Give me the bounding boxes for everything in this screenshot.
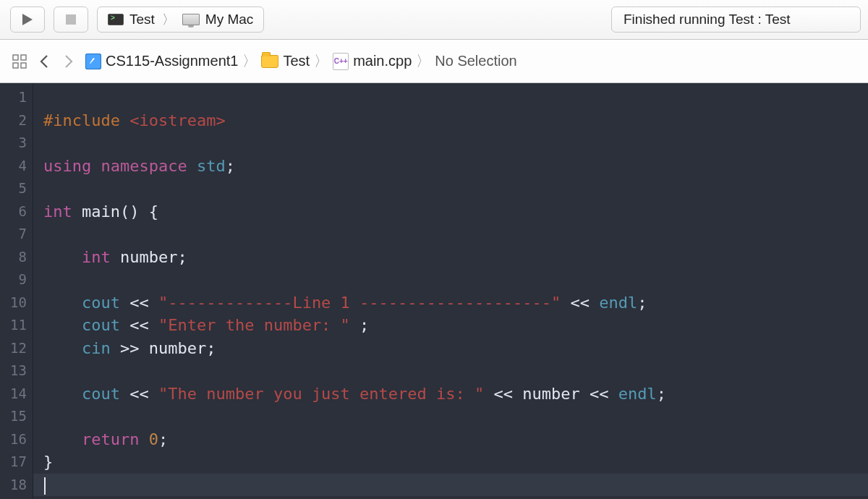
code-line[interactable] — [43, 359, 868, 383]
code-line[interactable]: #include <iostream> — [43, 109, 868, 132]
breadcrumb-separator: 〉 — [314, 51, 328, 71]
chevron-right-icon: 〉 — [162, 11, 175, 28]
code-line[interactable] — [43, 405, 868, 428]
line-number: 2 — [0, 109, 33, 132]
breadcrumb-separator: 〉 — [242, 51, 257, 71]
breadcrumb-selection[interactable]: No Selection — [435, 53, 516, 69]
svg-marker-0 — [22, 14, 33, 25]
code-line[interactable] — [43, 86, 868, 109]
nav-forward-button[interactable] — [58, 51, 80, 72]
line-number: 8 — [0, 246, 33, 269]
code-line[interactable] — [43, 223, 868, 246]
code-line[interactable]: } — [43, 451, 868, 474]
scheme-selector[interactable]: Test 〉 My Mac — [97, 7, 264, 33]
cpp-file-icon: C++ — [333, 53, 349, 70]
code-line[interactable]: cout << "-------------Line 1 -----------… — [43, 291, 868, 315]
related-items-button[interactable] — [9, 51, 30, 72]
toolbar: Test 〉 My Mac Finished running Test : Te… — [0, 0, 868, 40]
breadcrumb-file[interactable]: main.cpp — [353, 53, 412, 69]
play-icon — [22, 13, 33, 26]
chevron-right-icon — [64, 54, 74, 69]
code-line[interactable]: cout << "Enter the number: " ; — [43, 314, 868, 337]
line-number: 13 — [0, 359, 33, 383]
code-line[interactable]: return 0; — [43, 428, 868, 451]
svg-rect-4 — [13, 63, 18, 68]
text-cursor — [44, 477, 46, 495]
stop-icon — [66, 14, 76, 25]
line-number: 9 — [0, 268, 33, 291]
status-text: Finished running Test : Test — [624, 12, 791, 27]
svg-rect-5 — [21, 63, 26, 68]
code-line[interactable]: int main() { — [43, 200, 868, 223]
project-icon — [85, 54, 101, 69]
code-line[interactable]: cout << "The number you just entered is:… — [43, 383, 868, 406]
line-number: 3 — [0, 132, 33, 155]
breadcrumb-folder[interactable]: Test — [283, 53, 310, 69]
svg-rect-2 — [13, 55, 18, 60]
line-number: 12 — [0, 337, 33, 360]
code-editor[interactable]: 123456789101112131415161718 #include <io… — [0, 83, 868, 499]
line-number: 7 — [0, 223, 33, 246]
line-number: 15 — [0, 405, 33, 428]
status-bar: Finished running Test : Test — [611, 7, 861, 33]
line-number: 18 — [0, 474, 33, 497]
terminal-icon — [108, 14, 124, 25]
folder-icon — [261, 55, 278, 68]
stop-button[interactable] — [54, 7, 88, 33]
line-number: 11 — [0, 314, 33, 337]
code-line[interactable]: int number; — [43, 246, 868, 269]
breadcrumb-project[interactable]: CS115-Assignment1 — [106, 53, 238, 69]
line-number: 14 — [0, 383, 33, 406]
scheme-name: Test — [129, 12, 155, 27]
code-line[interactable] — [43, 268, 868, 291]
jump-bar: CS115-Assignment1 〉 Test 〉 C++ main.cpp … — [0, 40, 868, 83]
chevron-left-icon — [39, 54, 49, 69]
svg-rect-3 — [21, 55, 26, 60]
line-number: 6 — [0, 200, 33, 223]
grid-icon — [12, 54, 27, 69]
line-number-gutter: 123456789101112131415161718 — [0, 83, 33, 499]
line-number: 10 — [0, 291, 33, 315]
svg-rect-1 — [66, 14, 76, 25]
mac-device-icon — [182, 14, 200, 25]
line-number: 17 — [0, 451, 33, 474]
breadcrumb-separator: 〉 — [416, 51, 430, 71]
line-number: 1 — [0, 86, 33, 109]
line-number: 4 — [0, 155, 33, 178]
breadcrumb: CS115-Assignment1 〉 Test 〉 C++ main.cpp … — [85, 51, 517, 71]
code-line[interactable]: using namespace std; — [43, 155, 868, 178]
code-line[interactable] — [43, 132, 868, 155]
code-line[interactable] — [43, 474, 868, 497]
nav-back-button[interactable] — [33, 51, 55, 72]
code-line[interactable]: cin >> number; — [43, 337, 868, 360]
line-number: 16 — [0, 428, 33, 451]
code-line[interactable] — [43, 177, 868, 200]
scheme-destination: My Mac — [205, 12, 254, 27]
code-area[interactable]: #include <iostream>using namespace std;i… — [33, 83, 868, 499]
run-button[interactable] — [10, 7, 45, 33]
line-number: 5 — [0, 177, 33, 200]
